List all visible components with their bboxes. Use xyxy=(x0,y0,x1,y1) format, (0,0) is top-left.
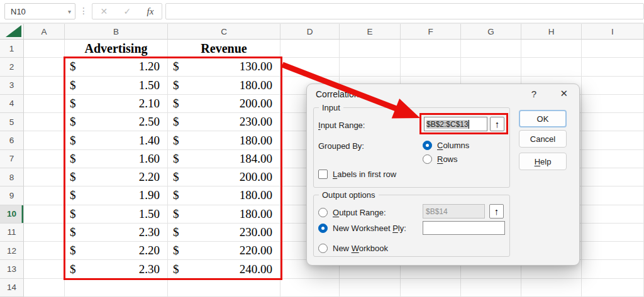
select-all-button[interactable] xyxy=(0,24,24,40)
cell-I12[interactable] xyxy=(582,242,644,260)
cell-I6[interactable] xyxy=(582,131,644,149)
row-header-11[interactable]: 11 xyxy=(0,224,24,242)
cell-F2[interactable] xyxy=(401,58,461,76)
row-header-6[interactable]: 6 xyxy=(0,131,24,149)
cell-A11[interactable] xyxy=(24,224,65,242)
row-header-9[interactable]: 9 xyxy=(0,186,24,205)
cell-B3[interactable]: $1.50 xyxy=(65,77,168,95)
row-header-1[interactable]: 1 xyxy=(0,40,24,58)
col-header-B[interactable]: B xyxy=(65,24,168,40)
col-header-F[interactable]: F xyxy=(401,24,461,40)
cell-C13[interactable]: $240.00 xyxy=(168,260,280,278)
cell-A4[interactable] xyxy=(24,95,65,113)
collapse-dialog-icon[interactable]: ↑ xyxy=(490,117,504,131)
col-header-E[interactable]: E xyxy=(340,24,401,40)
cell-D1[interactable] xyxy=(280,40,340,58)
row-header-5[interactable]: 5 xyxy=(0,113,24,131)
cell-I2[interactable] xyxy=(582,58,644,76)
new-worksheet-ply-field[interactable] xyxy=(423,221,505,235)
collapse-dialog-icon[interactable]: ↑ xyxy=(489,204,504,219)
radio-new-worksheet-ply[interactable]: New Worksheet Ply: xyxy=(318,224,406,233)
cancel-button[interactable]: Cancel xyxy=(519,130,567,148)
cell-D14[interactable] xyxy=(280,279,340,297)
cell-A6[interactable] xyxy=(24,131,65,149)
cancel-entry-icon[interactable]: ✕ xyxy=(101,6,108,16)
cell-C12[interactable]: $220.00 xyxy=(168,242,280,260)
cell-E1[interactable] xyxy=(340,40,401,58)
cell-A12[interactable] xyxy=(24,242,65,260)
cell-A7[interactable] xyxy=(24,150,65,168)
cell-A9[interactable] xyxy=(24,186,65,205)
cell-B7[interactable]: $1.60 xyxy=(65,150,168,168)
cell-B13[interactable]: $2.30 xyxy=(65,260,168,278)
formula-input[interactable] xyxy=(165,3,644,19)
col-header-C[interactable]: C xyxy=(168,24,280,40)
input-range-field[interactable]: $B$2:$C$13 xyxy=(424,117,487,131)
cell-D2[interactable] xyxy=(280,58,340,76)
cell-C10[interactable]: $180.00 xyxy=(168,205,280,224)
cell-E2[interactable] xyxy=(340,58,401,76)
cell-C7[interactable]: $184.00 xyxy=(168,150,280,168)
cell-B6[interactable]: $1.40 xyxy=(65,131,168,149)
cell-I10[interactable] xyxy=(582,205,644,224)
labels-first-row-checkbox[interactable]: Labels in first row xyxy=(318,170,396,179)
cell-I13[interactable] xyxy=(582,260,644,278)
cell-C5[interactable]: $230.00 xyxy=(168,113,280,131)
cell-G14[interactable] xyxy=(461,279,521,297)
cell-A5[interactable] xyxy=(24,113,65,131)
cell-A1[interactable] xyxy=(24,40,65,58)
chevron-down-icon[interactable]: ▾ xyxy=(68,8,71,15)
cell-B8[interactable]: $2.20 xyxy=(65,168,168,186)
cell-B1[interactable]: Advertising xyxy=(65,40,168,58)
radio-rows[interactable]: Rows xyxy=(423,154,458,164)
row-header-2[interactable]: 2 xyxy=(0,58,24,76)
row-header-7[interactable]: 7 xyxy=(0,150,24,168)
cell-F14[interactable] xyxy=(401,279,461,297)
cell-B12[interactable]: $2.20 xyxy=(65,242,168,260)
radio-output-range[interactable]: Output Range: xyxy=(318,208,386,217)
cell-B4[interactable]: $2.10 xyxy=(65,95,168,113)
cell-A3[interactable] xyxy=(24,77,65,95)
cell-C4[interactable]: $200.00 xyxy=(168,95,280,113)
cell-C11[interactable]: $230.00 xyxy=(168,224,280,242)
cell-I9[interactable] xyxy=(582,186,644,205)
cell-C9[interactable]: $180.00 xyxy=(168,186,280,205)
row-header-10[interactable]: 10 xyxy=(0,205,24,224)
cell-I8[interactable] xyxy=(582,168,644,186)
row-header-3[interactable]: 3 xyxy=(0,77,24,95)
row-header-8[interactable]: 8 xyxy=(0,168,24,186)
cell-I7[interactable] xyxy=(582,150,644,168)
cell-C1[interactable]: Revenue xyxy=(168,40,280,58)
cell-G1[interactable] xyxy=(461,40,521,58)
ok-button[interactable]: OK xyxy=(519,110,567,127)
cell-B2[interactable]: $1.20 xyxy=(65,58,168,76)
cell-G2[interactable] xyxy=(461,58,521,76)
help-button[interactable]: Help xyxy=(519,153,567,170)
cell-H2[interactable] xyxy=(521,58,582,76)
cell-I14[interactable] xyxy=(582,279,644,297)
cell-F1[interactable] xyxy=(401,40,461,58)
cell-B5[interactable]: $2.50 xyxy=(65,113,168,131)
col-header-I[interactable]: I xyxy=(582,24,644,40)
col-header-G[interactable]: G xyxy=(461,24,521,40)
cell-A14[interactable] xyxy=(24,279,65,297)
cell-C8[interactable]: $200.00 xyxy=(168,168,280,186)
insert-function-icon[interactable]: fx xyxy=(147,6,154,17)
cell-C14[interactable] xyxy=(168,279,280,297)
confirm-entry-icon[interactable]: ✓ xyxy=(124,6,131,16)
cell-B14[interactable] xyxy=(65,279,168,297)
radio-new-workbook[interactable]: New Workbook xyxy=(318,244,388,253)
cell-I4[interactable] xyxy=(582,95,644,113)
cell-A8[interactable] xyxy=(24,168,65,186)
cell-E14[interactable] xyxy=(340,279,401,297)
cell-I11[interactable] xyxy=(582,224,644,242)
cell-B10[interactable]: $1.50 xyxy=(65,205,168,224)
help-icon[interactable]: ? xyxy=(531,89,536,99)
col-header-D[interactable]: D xyxy=(280,24,340,40)
cell-I1[interactable] xyxy=(582,40,644,58)
col-header-A[interactable]: A xyxy=(24,24,65,40)
cell-A2[interactable] xyxy=(24,58,65,76)
cell-C2[interactable]: $130.00 xyxy=(168,58,280,76)
row-header-4[interactable]: 4 xyxy=(0,95,24,113)
close-icon[interactable]: ✕ xyxy=(560,88,568,99)
